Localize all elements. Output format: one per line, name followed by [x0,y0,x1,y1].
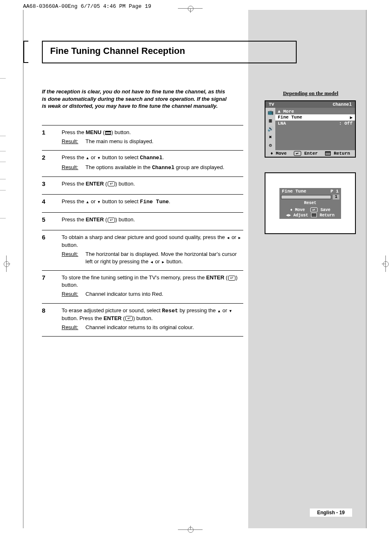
enter-label: ENTER [104,315,122,321]
right-arrow-icon [238,234,242,240]
page-number: English - 19 [310,508,352,517]
crop-mark-top [178,8,203,9]
text: Press the [62,129,86,135]
step-number: 6 [42,234,62,265]
save-hint: Save [321,208,330,212]
text: Press the [62,181,86,187]
left-arrow-icon [226,234,230,240]
text: ) button. [133,315,153,321]
result-label: Result: [62,251,85,265]
result-label: Result: [62,138,85,145]
text: Press the [62,198,86,204]
step-4: 4 Press the or button to select Fine Tun… [42,194,243,212]
crop-mark-right [385,255,386,272]
sidebar-tint [248,10,366,528]
osd-title-right: Channel [333,102,352,107]
text: ( [122,315,125,321]
text: or [89,154,97,160]
enter-icon [125,316,133,321]
osd2-footer: ♦ Move Save ◄► Adjust Return [279,207,341,219]
result-label: Result: [62,290,85,298]
down-arrow-icon [97,154,101,160]
result-text: Channel indicator turns into Red. [85,290,243,298]
tuning-value: 1 [333,195,339,200]
reset-label: Reset [162,308,178,314]
enter-icon [108,218,115,223]
osd-menu-list: ▲ More Fine Tune▶ LNA: Off [275,108,355,150]
margin-ticks [0,0,8,534]
enter-hint: Enter [293,151,318,156]
text: ) button. [111,129,131,135]
channel-label: Channel [140,155,163,161]
step-number: 3 [42,180,62,189]
text: Press the [62,154,86,160]
text: Press the [62,216,86,223]
return-hint: Return [320,213,334,218]
return-hint: Return [325,151,350,156]
result-label: Result: [62,164,85,172]
result-text: The options available in the Channel gro… [85,164,243,172]
screenshots-label: Depending on the model [265,90,356,97]
left-arrow-icon [150,258,154,265]
up-arrow-icon [217,307,221,313]
text: button. [62,242,78,248]
osd-fine-tune: Fine Tune P 1 1 Reset ♦ Move Save ◄► Adj… [265,172,356,234]
step-7: 7 To store the fine tuning setting in th… [42,270,243,303]
channel-indicator: P 1 [330,189,339,194]
move-hint: ♦ Move [270,151,287,156]
page-title: Fine Tuning Channel Reception [50,46,288,56]
enter-label: ENTER [86,216,104,223]
picture-icon: ▦ [269,118,272,124]
adjust-hint: Adjust [293,213,308,218]
text: To obtain a sharp and clear picture and … [62,234,226,240]
result-label: Result: [62,324,85,331]
fine-tune-title: Fine Tune [282,189,306,194]
text: or [221,307,229,313]
text: or [89,198,97,204]
text: ( [104,181,107,187]
menu-icon [105,131,111,135]
text: button. Press the [62,315,104,321]
steps-list: 1 Press the MENU () button. Result:The m… [42,125,243,337]
print-slug: AA68-03660A-00Eng 6/7/05 4:46 PM Page 19 [23,3,151,9]
result-text: Channel indicator returns to its origina… [85,324,243,331]
cross-icon: ✖ [269,134,272,140]
crop-mark-bottom [178,529,203,530]
tv-icon: 📺 [267,109,274,116]
title-tab [23,41,28,63]
menu-label: MENU [86,129,101,135]
result-text: The main menu is displayed. [85,138,243,145]
down-arrow-icon [97,198,101,204]
title-box: Fine Tuning Channel Reception [42,41,297,63]
step-5: 5 Press the ENTER () button. [42,212,243,230]
osd-channel-menu: TV Channel 📺 ▦ 🔊 ✖ ⚙ ▲ More Fine Tune▶ L… [265,100,356,158]
menu-item-more: ▲ More [278,109,353,114]
result-text: The horizontal bar is displayed. Move th… [85,251,243,265]
text: ) button. [115,181,135,187]
text: by pressing the [178,307,217,313]
page-frame: Fine Tuning Channel Reception If the rec… [23,10,367,528]
fine-tune-label: Fine Tune [140,199,169,205]
osd-footer: ♦ Move Enter Return [265,150,355,157]
text: ( [101,129,105,135]
tuning-bar [281,195,331,199]
down-arrow-icon [228,307,232,313]
enter-icon [228,276,235,281]
step-number: 1 [42,129,62,145]
step-number: 4 [42,198,62,207]
enter-label: ENTER [206,274,224,281]
menu-item-fine-tune: Fine Tune▶ [275,114,355,121]
setup-icon: ⚙ [269,142,272,149]
step-number: 8 [42,307,62,332]
move-hint: Move [295,208,305,212]
text: To store the fine tuning setting in the … [62,274,206,281]
intro-text: If the reception is clear, you do not ha… [42,88,231,110]
text: or [230,234,238,240]
step-2: 2 Press the or button to select Channel.… [42,150,243,176]
text: button to select [101,198,140,204]
text: ( [224,274,228,281]
enter-icon [108,181,115,186]
step-8: 8 To erase adjusted picture or sound, se… [42,303,243,337]
text: button to select [101,154,140,160]
reset-label: Reset [279,200,341,207]
